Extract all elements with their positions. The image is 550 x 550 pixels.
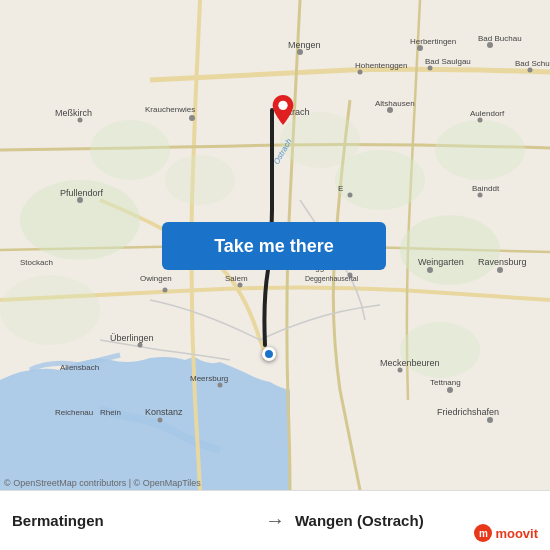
svg-point-27: [427, 267, 433, 273]
svg-point-33: [447, 387, 453, 393]
svg-text:E: E: [338, 184, 343, 193]
svg-point-32: [398, 368, 403, 373]
moovit-logo: m moovit: [474, 524, 538, 542]
svg-point-23: [478, 193, 483, 198]
svg-point-34: [487, 417, 493, 423]
svg-text:Bad Buchau: Bad Buchau: [478, 34, 522, 43]
svg-text:Stockach: Stockach: [20, 258, 53, 267]
svg-point-7: [435, 120, 525, 180]
svg-point-17: [189, 115, 195, 121]
svg-text:Reichenau: Reichenau: [55, 408, 93, 417]
moovit-icon: m: [474, 524, 492, 542]
direction-arrow: →: [255, 509, 295, 532]
origin-label: Bermatingen: [12, 512, 255, 529]
svg-point-20: [478, 118, 483, 123]
destination-pin: [272, 95, 294, 129]
take-me-there-button[interactable]: Take me there: [162, 222, 386, 270]
svg-point-3: [90, 120, 170, 180]
svg-point-67: [278, 101, 287, 110]
svg-point-2: [400, 215, 500, 285]
footer-bar: Bermatingen → Wangen (Ostrach) m moovit: [0, 490, 550, 550]
svg-point-28: [497, 267, 503, 273]
svg-text:Bad Saulgau: Bad Saulgau: [425, 57, 471, 66]
svg-text:Meersburg: Meersburg: [190, 374, 228, 383]
svg-text:Herbertingen: Herbertingen: [410, 37, 456, 46]
svg-text:Pfullendorf: Pfullendorf: [60, 188, 104, 198]
svg-text:Altshausen: Altshausen: [375, 99, 415, 108]
svg-text:Owingen: Owingen: [140, 274, 172, 283]
svg-point-35: [158, 418, 163, 423]
map-container: Mengen Herbertingen Bad Buchau Hohenteng…: [0, 0, 550, 490]
svg-point-13: [358, 70, 363, 75]
svg-point-15: [528, 68, 533, 73]
svg-text:Rhein: Rhein: [100, 408, 121, 417]
svg-text:Friedrichshafen: Friedrichshafen: [437, 407, 499, 417]
svg-point-25: [238, 283, 243, 288]
svg-text:Konstanz: Konstanz: [145, 407, 183, 417]
svg-text:Bad Schussenri.: Bad Schussenri.: [515, 59, 550, 68]
svg-point-16: [78, 118, 83, 123]
map-attribution: © OpenStreetMap contributors | © OpenMap…: [4, 478, 201, 488]
svg-point-14: [428, 66, 433, 71]
svg-text:Bainddt: Bainddt: [472, 184, 500, 193]
svg-text:Meßkirch: Meßkirch: [55, 108, 92, 118]
svg-text:Aulendorf: Aulendorf: [470, 109, 505, 118]
svg-text:Meckenbeuren: Meckenbeuren: [380, 358, 440, 368]
svg-point-5: [165, 155, 235, 205]
svg-point-29: [138, 343, 143, 348]
svg-point-9: [400, 322, 480, 378]
svg-point-24: [163, 288, 168, 293]
svg-text:Krauchenwies: Krauchenwies: [145, 105, 195, 114]
svg-text:Tettnang: Tettnang: [430, 378, 461, 387]
svg-text:Salem: Salem: [225, 274, 248, 283]
svg-text:Hohentenggen: Hohentenggen: [355, 61, 408, 70]
origin-pin: [262, 347, 276, 361]
svg-point-30: [218, 383, 223, 388]
svg-point-8: [0, 275, 100, 345]
moovit-brand-name: moovit: [495, 526, 538, 541]
svg-text:Überlingen: Überlingen: [110, 333, 154, 343]
svg-text:Mengen: Mengen: [288, 40, 321, 50]
svg-point-22: [348, 193, 353, 198]
svg-text:Deggenhausertal: Deggenhausertal: [305, 275, 359, 283]
svg-text:Weingarten: Weingarten: [418, 257, 464, 267]
svg-text:Ravensburg: Ravensburg: [478, 257, 527, 267]
svg-text:Aliensbach: Aliensbach: [60, 363, 99, 372]
